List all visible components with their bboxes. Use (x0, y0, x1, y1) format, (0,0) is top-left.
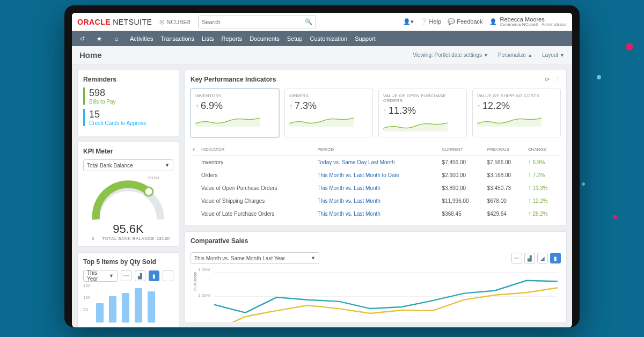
layout-button[interactable]: Layout ▼ (542, 52, 565, 58)
nav-transactions[interactable]: Transactions (160, 35, 194, 42)
arrow-up-icon: ↑ (383, 107, 386, 115)
cs-trend-icon[interactable]: 〰 (511, 253, 522, 263)
bar (96, 303, 104, 323)
comp-sales-select[interactable]: This Month vs. Same Month Last Year▼ (191, 252, 319, 264)
main-nav: ↺ ★ ⌂ ActivitiesTransactionsListsReports… (72, 31, 572, 46)
reminders-title: Reminders (83, 76, 173, 83)
nav-activities[interactable]: Activities (130, 35, 153, 42)
kpi-card[interactable]: VALUE OF OPEN PURCHASE ORDERS ↑11.3% (378, 89, 467, 137)
nav-documents[interactable]: Documents (250, 35, 280, 42)
sparkline (195, 114, 260, 127)
top5-select[interactable]: This Year▼ (83, 270, 118, 282)
avatar-icon: 👤 (489, 18, 497, 25)
kpi-th: PREVIOUS (485, 144, 526, 156)
kpi-card-title: VALUE OF OPEN PURCHASE ORDERS (383, 93, 462, 103)
reminder-item[interactable]: 598Bills to Pay (83, 87, 173, 105)
partner-logo: ◎ NCUBE8 (159, 18, 191, 25)
bar (109, 296, 116, 323)
cell-previous: $3,168.00 (485, 169, 526, 181)
kpi-title: Key Performance Indicators (191, 76, 276, 83)
svg-point-0 (144, 187, 153, 196)
kpi-meter-select[interactable]: Total Bank Balance▼ (83, 159, 173, 171)
cs-tick-1: 1.00M (198, 293, 210, 298)
cell-period[interactable]: Today vs. Same Day Last Month (316, 156, 440, 169)
kpi-card[interactable]: INVENTORY ↑6.9% (191, 89, 279, 137)
cell-period[interactable]: This Month vs. Last Month to Date (316, 169, 440, 181)
reminder-count: 598 (89, 87, 115, 99)
top5-line-icon[interactable]: ▟ (135, 270, 145, 281)
arrow-up-icon: ↑ (195, 102, 199, 110)
kpi-card-value: 7.3% (295, 100, 317, 112)
top5-more-icon[interactable]: ⋯ (163, 270, 173, 281)
cell-change: ↑ 12.2% (526, 194, 561, 207)
cs-bar-icon[interactable]: ▮ (550, 253, 561, 263)
cell-previous: $7,586.00 (485, 156, 526, 169)
search-icon[interactable]: 🔍 (305, 18, 312, 25)
reminders-panel: Reminders 598Bills to Pay15Credit Cards … (77, 70, 179, 136)
cell-current: $3,890.00 (440, 181, 485, 194)
viewing-dropdown[interactable]: Viewing: Portlet date settings ▼ (413, 52, 488, 58)
cell-change: ↑ 7.2% (526, 169, 561, 181)
cell-indicator: Orders (199, 169, 316, 181)
arrow-up-icon: ↑ (289, 102, 292, 110)
kpi-th: PERIOD (316, 144, 440, 156)
kpi-meter-title: KPI Meter (83, 148, 173, 155)
personalize-button[interactable]: Personalize ▲ (498, 52, 532, 58)
cell-period[interactable]: This Month vs. Last Month (316, 207, 440, 220)
cell-previous: $429.64 (485, 207, 526, 220)
cell-period[interactable]: This Month vs. Last Month (316, 181, 440, 194)
kpi-card[interactable]: ORDERS ↑7.3% (284, 89, 373, 137)
nav-support[interactable]: Support (355, 35, 376, 42)
comp-sales-title: Comparative Sales (191, 237, 561, 245)
nav-reports[interactable]: Reports (222, 35, 243, 42)
star-icon[interactable]: ★ (92, 33, 106, 45)
cs-area-icon[interactable]: ◢ (537, 253, 548, 263)
cs-line-icon[interactable]: ▟ (524, 253, 535, 263)
top5-trend-icon[interactable]: 〰 (121, 270, 131, 281)
gauge-high-tick: 135.0K (157, 236, 170, 241)
refresh-icon[interactable]: ⟳ (545, 76, 550, 83)
nav-setup[interactable]: Setup (287, 35, 303, 42)
help-link[interactable]: ❔ Help (420, 18, 442, 25)
page-title: Home (79, 50, 102, 60)
top5-title: Top 5 Items by Qty Sold (83, 258, 173, 266)
cell-previous: $3,450.73 (485, 181, 526, 194)
cell-change: ↑ 11.3% (526, 181, 561, 194)
kpi-panel: Key Performance Indicators ⟳ ⋮ INVENTORY… (185, 70, 567, 226)
cell-previous: $678.00 (485, 194, 526, 207)
user-menu[interactable]: 👤 Rebecca Moores Commerce NCube8 - Admin… (489, 16, 567, 27)
search-input[interactable] (202, 19, 305, 25)
arrow-up-icon: ↑ (477, 102, 480, 110)
kpi-menu-icon[interactable]: ⋮ (555, 76, 561, 83)
cell-period[interactable]: This Month vs. Last Month (316, 194, 440, 207)
table-row: Orders This Month vs. Last Month to Date… (191, 169, 561, 181)
table-row: Value of Late Purchase Orders This Month… (191, 207, 561, 220)
cell-current: $7,456.00 (440, 156, 485, 169)
global-search[interactable]: 🔍 (198, 16, 316, 28)
bar (135, 288, 142, 323)
kpi-card-title: VALUE OF SHIPPING COSTS (477, 93, 556, 98)
recent-icon[interactable]: ↺ (75, 33, 89, 45)
home-icon[interactable]: ⌂ (109, 33, 123, 45)
top5-bar-icon[interactable]: ▮ (149, 270, 159, 281)
kpi-card-value: 6.9% (201, 100, 223, 112)
cell-current: $11,996.00 (440, 194, 485, 207)
kpi-card[interactable]: VALUE OF SHIPPING COSTS ↑12.2% (472, 89, 561, 137)
user-role: Commerce NCube8 - Administrator (500, 23, 567, 27)
create-new-icon[interactable]: 👤▾ (403, 18, 414, 25)
reminder-count: 15 (89, 109, 147, 120)
cell-indicator: Value of Shipping Charges (199, 194, 316, 207)
table-row: Value of Shipping Charges This Month vs.… (191, 194, 561, 207)
cell-change: ↑ 28.2% (526, 207, 561, 220)
kpi-card-value: 12.2% (482, 100, 510, 112)
cell-indicator: Value of Late Purchase Orders (199, 207, 316, 220)
chevron-down-icon[interactable]: ▾ (193, 147, 195, 152)
reminder-item[interactable]: 15Credit Cards to Approve (83, 109, 173, 126)
kpi-th: INDICATOR (199, 144, 316, 156)
comp-sales-panel: Comparative Sales This Month vs. Same Mo… (185, 231, 567, 322)
gauge-label: TOTAL BANK BALANCE (102, 236, 154, 241)
nav-lists[interactable]: Lists (202, 35, 214, 42)
netsuite-logo: NETSUITE (113, 18, 152, 26)
nav-customization[interactable]: Customization (310, 35, 348, 42)
feedback-link[interactable]: 💬 Feedback (448, 18, 482, 25)
